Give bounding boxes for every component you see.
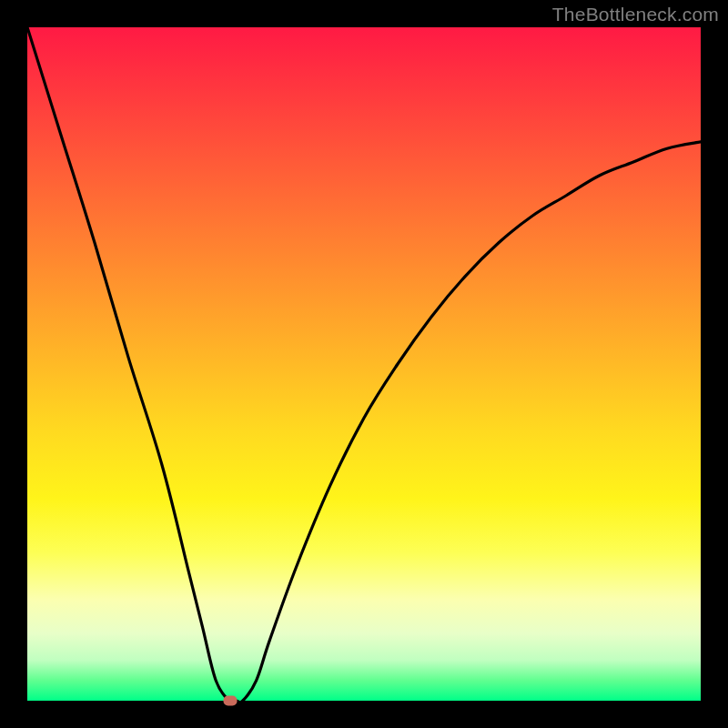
plot-area bbox=[27, 27, 701, 701]
curve-svg bbox=[27, 27, 701, 701]
chart-frame: TheBottleneck.com bbox=[0, 0, 728, 728]
optimum-marker bbox=[224, 696, 238, 706]
branding-text: TheBottleneck.com bbox=[552, 4, 719, 25]
bottleneck-curve bbox=[27, 27, 701, 701]
